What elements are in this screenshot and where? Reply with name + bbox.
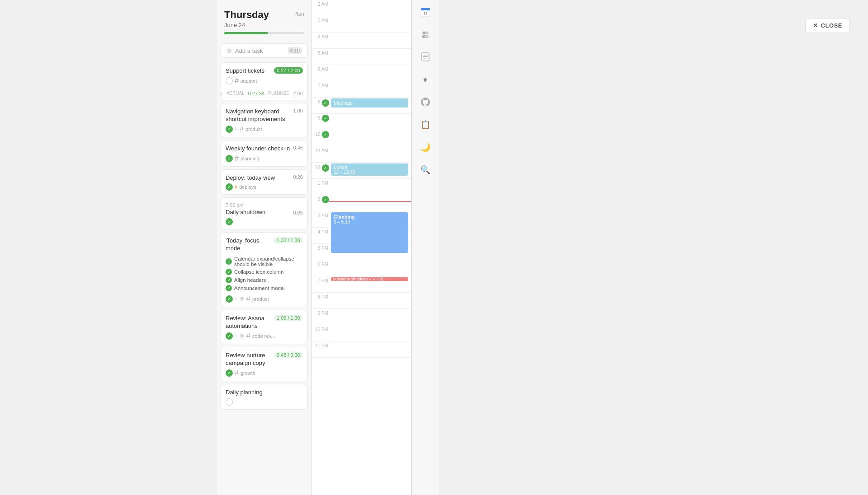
add-task-label: Add a task [235, 47, 263, 54]
task-check-checkin[interactable]: ✓ [226, 155, 233, 162]
actual-support: 0:27:34 [248, 91, 265, 96]
task-tag-deploy: deploys [239, 184, 256, 190]
task-time-nav: 1:00 [293, 108, 303, 113]
notion-icon[interactable] [418, 50, 433, 64]
current-time-line [329, 201, 411, 202]
google-cal-icon[interactable]: 12 [418, 5, 433, 19]
task-name-shutdown: Daily shutdown [226, 209, 291, 216]
plus-icon: ⊕ [226, 47, 232, 55]
time-row-2am: 2 AM [312, 0, 411, 16]
right-sidebar: 12 ♦ 📋 🌙 🔍 [411, 0, 439, 495]
svg-text:12: 12 [423, 11, 427, 15]
svg-rect-10 [423, 56, 428, 57]
time-row-5am: 5 AM [312, 49, 411, 65]
time-row-3am: 3 AM [312, 16, 411, 33]
svg-point-7 [424, 35, 429, 38]
task-tag-asana: code rev... [252, 333, 275, 339]
task-card-deploy: Deploy: today view 0:20 ✓ # deploys [221, 169, 308, 195]
svg-rect-11 [423, 58, 426, 59]
task-check-shutdown[interactable]: ✓ [226, 218, 233, 225]
task-tag-nav: product [245, 126, 262, 132]
task-card-nav-keyboard: Navigation keyboard shortcut improvement… [221, 103, 308, 137]
task-check-deploy[interactable]: ✓ [226, 183, 233, 191]
task-time-shutdown: 0:05 [293, 210, 303, 215]
task-badge-asana: 1:06 / 1:30 [274, 315, 303, 321]
search-icon[interactable]: 🔍 [418, 163, 433, 177]
add-task-left: ⊕ Add a task [226, 47, 263, 55]
close-button[interactable]: ✕ CLOSE [805, 18, 850, 33]
task-name-support: Support tickets [226, 67, 271, 75]
task-badge-support: 0:27 / 2:00 [274, 67, 303, 74]
time-row-4am: 4 AM [312, 33, 411, 49]
time-row-6pm: 6 PM [312, 260, 411, 276]
task-tag-today: product [252, 296, 269, 302]
github-icon-nav: ⑂ [235, 126, 238, 132]
time-row-11am: 11 AM [312, 146, 411, 163]
subtask-4: ✓ Announcement modal [226, 284, 303, 292]
time-row-6am: 6 AM [312, 65, 411, 81]
event-meditate[interactable]: Meditate [331, 98, 408, 107]
task-card-daily-planning: Daily planning [221, 384, 308, 410]
task-name-checkin: Weekly founder check-in [226, 145, 291, 153]
time-row-9pm: 9 PM [312, 309, 411, 325]
add-task-row[interactable]: ⊕ Add a task 4:10 [221, 43, 308, 58]
left-spacer [0, 0, 217, 495]
time-row-7am: 7 AM [312, 81, 411, 98]
pause-icon: ⏸ [218, 91, 223, 96]
x-icon: ✕ [813, 22, 818, 29]
task-name-nav: Navigation keyboard shortcut improvement… [226, 108, 291, 123]
task-footer-support: ⏸ ACTUAL 0:27:34 PLANNED 2:00 [226, 88, 303, 96]
progress-bar [224, 32, 304, 34]
task-check-nav[interactable]: ✓ [226, 126, 233, 133]
check-9am: ✓ [322, 115, 329, 122]
event-lunch[interactable]: Lunch 12 – 12:45 [331, 163, 408, 176]
calendar-panel: 2 AM 3 AM 4 AM 5 AM 6 AM 7 AM 8 AM 9 AM … [312, 0, 411, 495]
subtask-list: ✓ Calendar expand/collapse should be vis… [226, 255, 303, 292]
panel-header: Thursday Plan June 24 [217, 0, 311, 43]
task-card-today-focus: 'Today' focus mode 1:33 / 1:30 ✓ Calenda… [221, 232, 308, 307]
time-grid: 2 AM 3 AM 4 AM 5 AM 6 AM 7 AM 8 AM 9 AM … [312, 0, 411, 358]
task-check-daily-planning[interactable] [226, 398, 233, 406]
task-badge-today: 1:33 / 1:30 [274, 237, 303, 243]
event-climbing[interactable]: Climbing 3 – 5:30 [331, 212, 408, 253]
svg-point-5 [425, 32, 428, 35]
github-icon-today: ⑂ [235, 296, 238, 302]
subtask-1: ✓ Calendar expand/collapse should be vis… [226, 255, 303, 268]
users-icon[interactable] [418, 27, 433, 42]
time-row-11pm: 11 PM [312, 341, 411, 358]
event-sunsama-shutdown[interactable]: Sunsama shutdown 7 – 7:05 [331, 277, 408, 281]
time-row-1pm: 1 PM [312, 179, 411, 195]
task-name-nurture: Review nurture campaign copy [226, 352, 271, 367]
panel-title: Thursday [224, 9, 269, 21]
check-2pm: ✓ [322, 196, 329, 203]
asana-icon-today: ❖ [240, 296, 245, 302]
task-time-label-shutdown: 7:00 pm [226, 202, 244, 208]
right-fill [439, 0, 868, 495]
subtask-3: ✓ Align headers [226, 276, 303, 284]
svg-point-4 [422, 32, 425, 35]
task-badge-nurture: 0:48 / 0:30 [274, 352, 303, 358]
subtask-2: ✓ Collapse icon column [226, 268, 303, 276]
close-label: CLOSE [821, 22, 842, 29]
plan-label: Plan [293, 11, 304, 17]
task-panel: Thursday Plan June 24 ⊕ Add a task 4:10 … [217, 0, 312, 495]
task-tag-support: support [241, 78, 257, 84]
time-row-10pm: 10 PM [312, 325, 411, 341]
svg-rect-9 [423, 55, 428, 56]
task-card-support-tickets: Support tickets 0:27 / 2:00 # support ⏸ … [221, 62, 308, 100]
task-check-nurture[interactable]: ✓ [226, 369, 233, 377]
time-row-8pm: 8 PM [312, 293, 411, 309]
task-check-asana[interactable]: ✓ [226, 332, 233, 340]
task-check-support[interactable] [226, 77, 233, 84]
github-icon[interactable] [418, 95, 433, 109]
moon-icon[interactable]: 🌙 [418, 140, 433, 154]
task-name-deploy: Deploy: today view [226, 174, 291, 182]
panel-date: June 24 [224, 22, 304, 28]
task-name-asana: Review: Asana automations [226, 315, 271, 330]
task-card-shutdown: 7:00 pm Daily shutdown 0:05 ✓ [221, 197, 308, 229]
clipboard-icon[interactable]: 📋 [418, 117, 433, 132]
task-check-today[interactable]: ✓ [226, 295, 233, 303]
diamond-icon[interactable]: ♦ [418, 72, 433, 87]
github-icon-asana: ⑂ [235, 333, 238, 339]
task-card-nurture: Review nurture campaign copy 0:48 / 0:30… [221, 347, 308, 381]
